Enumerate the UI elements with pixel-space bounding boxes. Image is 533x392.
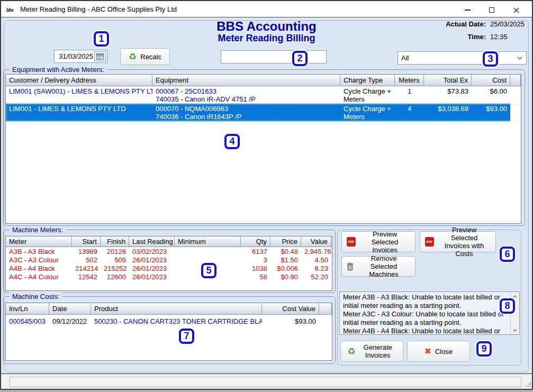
- annotation-mark-9: 9: [476, 341, 492, 357]
- scroll-down-button[interactable]: [511, 326, 519, 334]
- col-date[interactable]: Date: [49, 303, 91, 314]
- col-qty[interactable]: Qty: [241, 236, 270, 247]
- calculation-errors-box[interactable]: Meter A3B - A3 Black: Unable to locate l…: [339, 291, 520, 335]
- meter-row[interactable]: A3B - A3 Black139892012603/02/20236137$0…: [6, 247, 332, 256]
- annotation-mark-6: 6: [500, 247, 515, 262]
- close-label: Close: [435, 348, 453, 355]
- col-meters[interactable]: Meters: [395, 75, 424, 86]
- meter-row[interactable]: A4C - A4 Colour125421260026/01/202358$0.…: [6, 272, 332, 281]
- col-product[interactable]: Product: [91, 303, 262, 314]
- meter-row[interactable]: A4B - A4 Black21421421525226/01/20231038…: [6, 264, 332, 272]
- close-button[interactable]: ✖ Close: [407, 341, 470, 362]
- search-input[interactable]: [221, 50, 327, 63]
- cell-charge-type: Cycle Charge + Meters: [340, 104, 395, 121]
- machine-meters-header: Meter Start Finish Last Reading Minimum …: [6, 236, 332, 247]
- annotation-mark-5: 5: [201, 263, 216, 278]
- preview-invoices-button[interactable]: PDF Preview Selected Invoices: [341, 231, 415, 252]
- cell-equipment: 000070 - NQMA006963 740036 - Canon iR164…: [152, 104, 340, 121]
- equipment-row[interactable]: LIM001 (SAW001) - LIMES & LEMONS PTY LTD…: [6, 86, 521, 104]
- machine-costs-group-label: Machine Costs:: [10, 293, 62, 300]
- equipment-table: Customer / Delivery Address Equipment Ch…: [5, 74, 521, 224]
- cell-product: 500230 - CANON CART323 TONER CARTRIDGE B…: [91, 317, 262, 326]
- close-icon: ✖: [424, 347, 431, 356]
- cell-cost: $93.00: [472, 104, 510, 121]
- maximize-button[interactable]: [480, 2, 504, 18]
- cell-charge-type: Cycle Charge + Meters: [340, 87, 395, 104]
- minimize-button[interactable]: [455, 2, 480, 18]
- preview-invoices-costs-label: Preview Selected Invoices with Costs: [438, 226, 491, 258]
- col-equipment[interactable]: Equipment: [152, 75, 340, 86]
- readings-date-field[interactable]: 31/03/2025: [54, 50, 107, 63]
- cell-inv-ln: 000545/003: [6, 317, 49, 326]
- meter-row[interactable]: A3C - A3 Colour50250526/01/20233$1.504.5…: [6, 256, 332, 264]
- window-title: Meter Reading Billing - ABC Office Suppl…: [20, 1, 177, 17]
- recalc-icon: ♻: [129, 52, 137, 61]
- maximize-icon: [489, 7, 494, 13]
- col-cost-value[interactable]: Cost Value: [262, 303, 319, 314]
- col-charge-type[interactable]: Charge Type: [340, 75, 395, 86]
- generate-invoices-button[interactable]: ♻ Generate Invoices: [340, 341, 403, 362]
- col-inv-ln[interactable]: Inv/Ln: [6, 303, 49, 314]
- filter-value: All: [401, 54, 409, 62]
- col-total-ex[interactable]: Total Ex: [424, 75, 472, 86]
- actual-date-row: Actual Date: 25/03/2025: [438, 20, 528, 28]
- chevron-down-icon: [517, 57, 522, 60]
- col-cost[interactable]: Cost: [472, 75, 510, 86]
- machine-costs-table: Inv/Ln Date Product Cost Value 000545/00…: [5, 303, 332, 361]
- col-last-reading[interactable]: Last Reading: [129, 236, 175, 247]
- col-meter[interactable]: Meter: [6, 236, 72, 247]
- calendar-picker-button[interactable]: [94, 51, 106, 61]
- col-minimum[interactable]: Minimum: [175, 236, 241, 247]
- machine-costs-header: Inv/Ln Date Product Cost Value: [6, 303, 332, 315]
- cell-customer: LIM001 (SAW001) - LIMES & LEMONS PTY LTD: [6, 87, 152, 104]
- trash-icon: [347, 262, 354, 271]
- col-customer[interactable]: Customer / Delivery Address: [6, 75, 152, 86]
- equipment-row-selected[interactable]: LIM001 - LIMES & LEMONS PTY LTD 000070 -…: [6, 104, 521, 121]
- desktop-strip: [0, 390, 533, 392]
- cell-meters: 1: [395, 87, 424, 104]
- remove-machines-button[interactable]: Remove Selected Machines: [341, 256, 415, 277]
- col-filler: [510, 75, 521, 86]
- preview-invoices-costs-button[interactable]: PDF Preview Selected Invoices with Costs: [420, 231, 496, 252]
- resize-grip[interactable]: [526, 382, 531, 387]
- cell-customer: LIM001 - LIMES & LEMONS PTY LTD: [6, 104, 152, 121]
- actual-date-label: Actual Date:: [438, 20, 486, 28]
- annotation-mark-4: 4: [224, 134, 240, 149]
- cell-cost-value: $93.00: [262, 317, 319, 326]
- time-value: 12:35: [490, 33, 528, 41]
- app-icon: bbs: [6, 5, 16, 15]
- equipment-table-header: Customer / Delivery Address Equipment Ch…: [6, 75, 521, 86]
- scroll-up-icon: [513, 295, 517, 298]
- generate-invoices-label: Generate Invoices: [359, 343, 396, 359]
- annotation-mark-3: 3: [483, 51, 498, 67]
- cell-date: 09/12/2022: [49, 317, 91, 326]
- close-window-button[interactable]: [504, 2, 528, 18]
- close-icon: [513, 7, 519, 13]
- actual-date-value: 25/03/2025: [490, 20, 528, 28]
- recalc-button[interactable]: ♻ Recalc: [120, 48, 170, 65]
- status-message-area: [10, 377, 521, 387]
- readings-date-value: 31/03/2025: [55, 52, 94, 60]
- col-value[interactable]: Value: [301, 236, 331, 247]
- remove-machines-label: Remove Selected Machines: [357, 254, 410, 278]
- equipment-group-label: Equipment with Active Meters:: [10, 66, 107, 74]
- minimize-icon: [465, 10, 471, 11]
- calculation-errors-text: Meter A3B - A3 Black: Unable to locate l…: [340, 292, 510, 334]
- preview-invoices-label: Preview Selected Invoices: [359, 230, 410, 254]
- machine-meters-group-label: Machine Meters:: [10, 226, 66, 234]
- cell-equipment: 000067 - 25C01633 740035 - Canon iR-ADV …: [152, 87, 340, 104]
- col-filler: [319, 303, 332, 314]
- annotation-mark-7: 7: [179, 329, 194, 344]
- annotation-mark-8: 8: [500, 298, 515, 314]
- calendar-icon: [96, 53, 104, 60]
- cost-row[interactable]: 000545/003 09/12/2022 500230 - CANON CAR…: [6, 315, 332, 326]
- col-price[interactable]: Price: [270, 236, 301, 247]
- col-start[interactable]: Start: [72, 236, 101, 247]
- cell-total-ex: $73.83: [424, 87, 472, 104]
- machine-meters-table: Meter Start Finish Last Reading Minimum …: [5, 236, 332, 291]
- recalc-label: Recalc: [140, 53, 161, 61]
- scroll-down-icon: [513, 329, 517, 332]
- filter-dropdown[interactable]: All: [398, 51, 527, 65]
- col-finish[interactable]: Finish: [101, 236, 129, 247]
- title-bar: bbs Meter Reading Billing - ABC Office S…: [1, 1, 532, 17]
